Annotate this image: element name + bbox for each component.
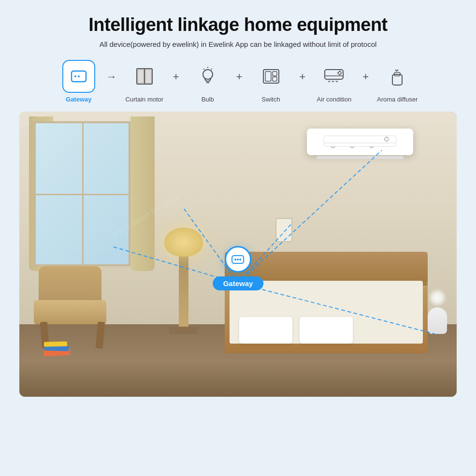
- room-scene: Gateway gleco smart life store gleco sma…: [19, 112, 457, 397]
- ac-unit-icon: [321, 133, 399, 150]
- page-title: Intelligent linkage home equipment: [88, 14, 388, 35]
- device-aroma-diffuser: Aroma diffuser: [371, 60, 424, 103]
- room-gateway-icon: [225, 246, 251, 273]
- switch-icon: [260, 65, 283, 88]
- svg-point-2: [78, 75, 80, 77]
- floor-lamp: [179, 242, 188, 329]
- svg-point-38: [237, 259, 239, 260]
- svg-point-1: [74, 75, 76, 77]
- curtain-motor-icon-box: [128, 60, 161, 93]
- curtain-motor-icon: [133, 65, 156, 88]
- bulb-icon: [196, 65, 219, 88]
- gateway-icon-box: [62, 60, 95, 93]
- plus-1: +: [173, 71, 179, 93]
- curtain-right: [130, 116, 155, 271]
- ac-unit: [307, 129, 413, 155]
- svg-rect-15: [273, 72, 277, 76]
- books: [43, 339, 70, 356]
- room-gateway-svg-icon: [230, 252, 245, 267]
- plus-2: +: [236, 71, 243, 93]
- aroma-diffuser-label: Aroma diffuser: [377, 96, 418, 103]
- air-condition-icon: [322, 65, 346, 88]
- svg-rect-6: [145, 70, 151, 83]
- page-subtitle: All device(powered by ewelink) in Ewelin…: [100, 40, 377, 48]
- diffuser: [425, 300, 449, 334]
- plus-3: +: [300, 71, 306, 93]
- lamp-base: [169, 327, 198, 334]
- air-condition-icon-box: [317, 60, 350, 93]
- window: [34, 121, 130, 266]
- gateway-label: Gateway: [66, 96, 91, 103]
- aroma-diffuser-icon: [386, 65, 409, 88]
- devices-row: Gateway → Curtain motor +: [19, 60, 457, 103]
- wall-switch: [275, 218, 292, 242]
- room-gateway-device: Gateway: [213, 246, 264, 290]
- svg-rect-16: [273, 77, 277, 81]
- bed-pillow1: [239, 317, 292, 344]
- bed-pillow2: [300, 317, 353, 344]
- lamp-shade: [164, 228, 203, 257]
- gateway-icon: [69, 66, 89, 87]
- svg-point-39: [239, 259, 241, 260]
- chair-seat: [34, 300, 106, 324]
- air-condition-label: Air condition: [317, 96, 352, 103]
- page-container: Intelligent linkage home equipment All d…: [0, 0, 476, 476]
- svg-rect-5: [138, 70, 144, 83]
- device-gateway: Gateway: [52, 60, 105, 103]
- arrow-icon: →: [106, 71, 117, 93]
- device-switch: Switch: [245, 60, 298, 103]
- bulb-label: Bulb: [202, 96, 214, 103]
- chair-leg2: [96, 321, 105, 348]
- switch-icon-box: [255, 60, 288, 93]
- diffuser-body: [428, 307, 447, 334]
- svg-line-11: [211, 69, 212, 70]
- chair: [34, 266, 111, 348]
- room-scene-container: Gateway gleco smart life store gleco sma…: [19, 112, 457, 397]
- bulb-icon-box: [191, 60, 224, 93]
- svg-point-37: [234, 259, 236, 260]
- book3: [44, 342, 67, 347]
- plus-4: +: [362, 71, 369, 93]
- aroma-diffuser-icon-box: [381, 60, 414, 93]
- diffuser-mist: [430, 290, 445, 305]
- svg-line-12: [203, 69, 204, 70]
- device-bulb: Bulb: [181, 60, 234, 103]
- device-curtain-motor: Curtain motor: [118, 60, 171, 103]
- room-gateway-badge: Gateway: [213, 276, 264, 290]
- svg-point-7: [203, 70, 213, 79]
- curtain-motor-label: Curtain motor: [125, 96, 163, 103]
- switch-label: Switch: [261, 96, 280, 103]
- svg-rect-14: [265, 72, 271, 81]
- device-air-condition: Air condition: [307, 60, 361, 103]
- svg-point-19: [338, 72, 341, 74]
